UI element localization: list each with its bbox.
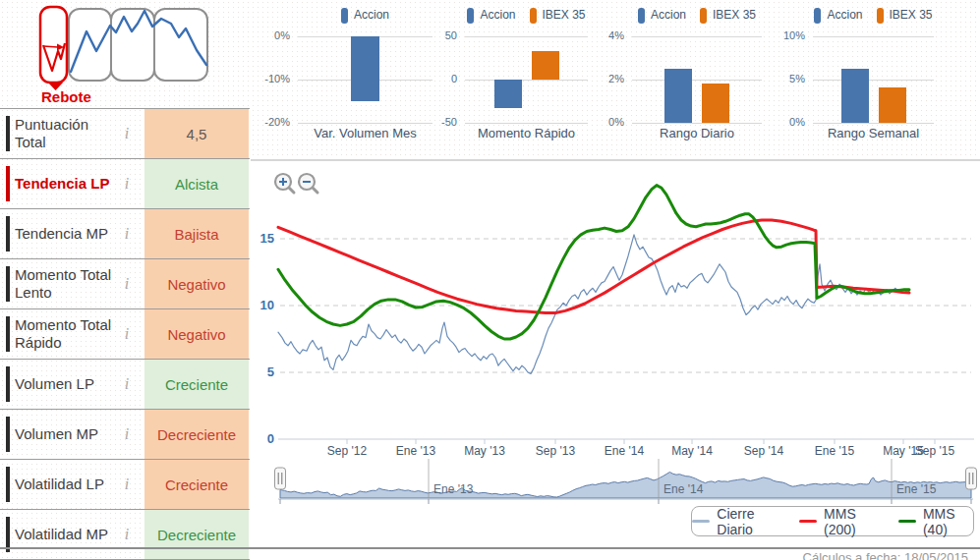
- x-axis-label: Sep '13: [536, 444, 576, 458]
- legend-item-ibex-35[interactable]: IBEX 35: [700, 8, 756, 24]
- mini-y-label: 4%: [591, 29, 624, 41]
- mini-gridline: [298, 123, 432, 124]
- metric-row-puntuacion-total: Puntuación Totali4,5: [0, 109, 250, 159]
- legend-label: MMS (200): [824, 506, 881, 537]
- metric-label: Volumen MP: [15, 410, 117, 459]
- mini-chart-title: Rango Diario: [612, 126, 781, 140]
- legend-swatch-icon: [877, 8, 884, 24]
- metric-label: Momento Total Lento: [15, 259, 117, 308]
- bar-ibex-35: [532, 51, 559, 80]
- legend-swatch-icon: [341, 8, 348, 24]
- legend-item-cierre-diario[interactable]: Cierre Diario: [692, 506, 781, 537]
- mini-chart-title: Momento Rápido: [445, 126, 607, 140]
- metric-marker-bar: [6, 216, 10, 252]
- mini-y-label: 2%: [591, 73, 624, 84]
- legend-item-mms-40[interactable]: MMS (40): [898, 506, 973, 537]
- metric-row-tendencia-lp: Tendencia LPiAlcista: [0, 159, 250, 209]
- mini-gridline: [813, 123, 934, 124]
- navigator-area[interactable]: [280, 473, 971, 499]
- calculation-date-note: Cálculos a fecha: 18/05/2015: [803, 550, 968, 560]
- info-icon[interactable]: i: [116, 109, 138, 158]
- legend-item-accion[interactable]: Accion: [814, 8, 862, 24]
- metric-row-volatilidad-lp: Volatilidad LPiCreciente: [0, 460, 250, 510]
- legend-swatch-icon: [530, 8, 537, 24]
- info-icon[interactable]: i: [116, 460, 138, 509]
- mini-chart-title: Rango Semanal: [793, 126, 953, 140]
- y-axis-label: 10: [260, 298, 274, 312]
- zoom-in-icon[interactable]: [275, 174, 294, 193]
- navigator-handle-right[interactable]: [966, 468, 977, 489]
- metric-value: Bajista: [144, 209, 249, 258]
- pattern-card-rebote[interactable]: [40, 7, 67, 83]
- legend-item-accion[interactable]: Accion: [341, 8, 389, 24]
- metric-label: Volatilidad LP: [15, 460, 117, 509]
- legend-item-ibex-35[interactable]: IBEX 35: [530, 8, 586, 24]
- x-axis-label: Ene '15: [815, 444, 855, 458]
- metric-row-momento-total-rapido: Momento Total RápidoiNegativo: [0, 309, 250, 360]
- mini-gridline: [465, 123, 588, 124]
- info-icon[interactable]: i: [116, 259, 138, 308]
- x-axis-label: May '14: [671, 444, 713, 458]
- metric-marker-bar: [6, 116, 10, 151]
- mini-y-label: 50: [424, 29, 457, 41]
- mini-chart-legend: Accion: [278, 8, 452, 24]
- x-axis-label: Sep '15: [915, 444, 955, 458]
- mini-chart-title: Var. Volumen Mes: [278, 126, 452, 140]
- metric-label: Volatilidad MP: [15, 510, 117, 559]
- info-icon[interactable]: i: [116, 209, 138, 258]
- mini-gridline: [813, 36, 934, 37]
- legend-swatch-icon: [638, 8, 645, 24]
- y-axis-label: 0: [267, 431, 274, 446]
- metric-marker-bar: [6, 166, 10, 201]
- metric-marker-bar: [6, 467, 10, 502]
- legend-label: Accion: [651, 8, 686, 22]
- bottom-divider: [0, 547, 980, 549]
- metric-row-volumen-lp: Volumen LPiCreciente: [0, 360, 250, 410]
- legend-swatch-icon: [700, 8, 707, 24]
- metric-value: 4,5: [144, 109, 249, 158]
- x-axis-label: Ene '13: [396, 444, 436, 458]
- info-icon[interactable]: i: [116, 309, 138, 359]
- metric-label: Tendencia LP: [15, 159, 117, 208]
- x-axis-label: Sep '12: [327, 444, 368, 458]
- legend-label: IBEX 35: [543, 8, 586, 22]
- mini-y-label: -10%: [257, 73, 290, 84]
- rebote-arrow-shaft: [43, 46, 58, 47]
- metric-label: Puntuación Total: [15, 109, 117, 158]
- legend-item-accion[interactable]: Accion: [467, 8, 515, 24]
- metric-value: Negativo: [144, 259, 249, 308]
- pattern-card-2[interactable]: [69, 9, 111, 81]
- bar-ibex-35: [879, 87, 906, 123]
- pattern-selector-panel: Rebote: [0, 0, 251, 108]
- info-icon[interactable]: i: [116, 410, 138, 459]
- metric-value: Creciente: [144, 460, 249, 509]
- legend-item-accion[interactable]: Accion: [638, 8, 686, 24]
- bar-accion: [664, 69, 692, 123]
- zoom-out-icon[interactable]: [299, 174, 317, 193]
- navigator-handle-left[interactable]: [275, 468, 286, 489]
- pattern-cards: [0, 0, 251, 108]
- legend-swatch-icon: [814, 8, 821, 24]
- info-icon[interactable]: i: [116, 159, 138, 208]
- legend-item-ibex-35[interactable]: IBEX 35: [877, 8, 933, 24]
- bar-ibex-35: [702, 84, 729, 123]
- y-axis-label: 5: [267, 364, 274, 379]
- legend-item-mms-200[interactable]: MMS (200): [799, 506, 881, 537]
- metric-row-volumen-mp: Volumen MPiDecreciente: [0, 410, 250, 460]
- main-price-chart: 151050Sep '12Ene '13May '13Sep '13Ene '1…: [251, 157, 980, 560]
- info-icon[interactable]: i: [116, 360, 138, 409]
- navigator-label: Ene '15: [896, 482, 937, 496]
- mini-gridline: [813, 80, 934, 81]
- main-chart-legend: Cierre DiarioMMS (200)MMS (40): [691, 506, 974, 536]
- metric-value: Decreciente: [144, 410, 249, 459]
- mini-gridline: [465, 36, 588, 37]
- series-mms-40: [278, 186, 909, 339]
- mini-y-label: 10%: [772, 29, 805, 41]
- legend-label: Cierre Diario: [717, 506, 780, 537]
- metric-value: Creciente: [144, 360, 249, 409]
- metric-label: Momento Total Rápido: [15, 309, 117, 359]
- legend-label: MMS (40): [923, 506, 973, 537]
- mini-gridline: [465, 80, 588, 81]
- info-icon[interactable]: i: [116, 510, 138, 559]
- navigator-label: Ene '14: [663, 482, 704, 496]
